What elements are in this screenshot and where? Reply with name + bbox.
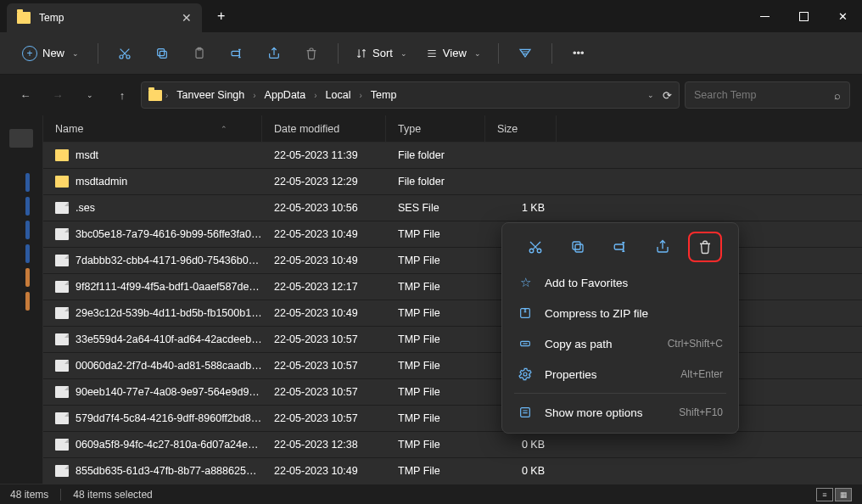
ctx-rename-button[interactable] [607, 235, 634, 259]
svg-point-10 [537, 249, 541, 253]
ctx-compress-zip[interactable]: Compress to ZIP file [507, 298, 733, 328]
filter-button[interactable] [509, 38, 541, 69]
table-row[interactable]: 0609a5f8-94fc-4c27-810a-6d07a24eb5dc... … [43, 432, 862, 458]
folder-icon [17, 12, 31, 24]
close-button[interactable]: ✕ [823, 0, 862, 32]
search-input[interactable] [694, 89, 813, 101]
new-button[interactable]: + New ⌄ [14, 41, 87, 66]
svg-rect-8 [232, 51, 239, 55]
ctx-cut-button[interactable] [522, 235, 549, 259]
address-bar[interactable]: › Tanveer Singh › AppData › Local › Temp… [141, 81, 680, 109]
file-icon [55, 255, 69, 266]
table-row[interactable]: 855db635-61d3-47fb-8b77-a8886250ebe3... … [43, 458, 862, 484]
table-row[interactable]: 7dabbb32-cbb4-4171-96d0-75436b0ad50d.tmp… [43, 248, 862, 274]
ctx-add-favorites[interactable]: ☆Add to Favorites [507, 267, 733, 298]
minimize-button[interactable] [745, 0, 784, 32]
zip-icon [518, 306, 533, 320]
file-type: TMP File [386, 281, 485, 293]
svg-point-2 [120, 55, 123, 59]
table-row[interactable]: 3bc05e18-7a79-4616-9b99-56ffe3fa0db5.tmp… [43, 221, 862, 248]
window-controls: ✕ [745, 0, 862, 32]
refresh-button[interactable]: ⟳ [663, 89, 672, 102]
file-icon [55, 386, 69, 398]
file-size: 1 KB [485, 202, 557, 214]
details-view-toggle[interactable]: ≡ [816, 488, 833, 501]
file-type: TMP File [386, 333, 485, 345]
forward-button[interactable]: → [44, 81, 71, 109]
icons-view-toggle[interactable]: ▦ [835, 488, 852, 501]
chevron-down-icon: ⌄ [474, 49, 481, 58]
table-row[interactable]: 33e559d4-2a64-410f-ad64-42acdeeb7413... … [43, 327, 862, 353]
ctx-delete-button[interactable] [691, 235, 719, 259]
maximize-button[interactable] [784, 0, 823, 32]
svg-rect-13 [614, 244, 624, 249]
more-button[interactable]: ••• [563, 38, 595, 69]
cut-button[interactable] [109, 38, 141, 69]
column-header-date[interactable]: Date modified [262, 115, 386, 142]
table-row[interactable]: 00060da2-2f7d-4b40-ad81-588caadbd7d... 2… [43, 353, 862, 379]
sort-label: Sort [372, 47, 393, 59]
svg-rect-11 [575, 244, 583, 252]
view-button[interactable]: View ⌄ [419, 47, 488, 59]
column-header-type[interactable]: Type [386, 115, 485, 142]
ctx-show-more[interactable]: Show more optionsShift+F10 [507, 397, 733, 428]
tab-temp[interactable]: Temp ✕ [7, 3, 202, 32]
selected-count: 48 items selected [73, 489, 152, 501]
new-label: New [42, 47, 64, 59]
search-icon: ⌕ [834, 89, 841, 102]
file-date: 22-05-2023 10:49 [262, 228, 386, 240]
back-button[interactable]: ← [12, 81, 39, 109]
paste-button[interactable] [183, 38, 216, 69]
sort-button[interactable]: Sort ⌄ [349, 47, 414, 59]
file-icon [55, 465, 69, 477]
tab-close-button[interactable]: ✕ [182, 11, 192, 25]
file-name: 3bc05e18-7a79-4616-9b99-56ffe3fa0db5.tmp [76, 228, 262, 240]
table-row[interactable]: 90eeb140-77e7-4a08-9e97-564e9d9154aa... … [43, 379, 862, 406]
file-size: 0 KB [485, 439, 557, 451]
file-name: 0609a5f8-94fc-4c27-810a-6d07a24eb5dc... [76, 439, 262, 451]
new-tab-button[interactable]: + [217, 8, 225, 24]
chevron-down-icon: ⌄ [400, 49, 407, 58]
table-row[interactable]: 29e3c12d-539b-4d11-bd5b-fb1500b1068... 2… [43, 300, 862, 327]
file-icon [55, 202, 69, 214]
breadcrumb[interactable]: Local [321, 86, 356, 104]
star-icon: ☆ [518, 275, 533, 290]
copy-button[interactable] [146, 38, 178, 69]
breadcrumb[interactable]: Temp [366, 86, 402, 104]
breadcrumb[interactable]: Tanveer Singh [171, 86, 249, 104]
file-name: .ses [76, 202, 95, 214]
column-header-name[interactable]: Name⌃ [43, 115, 262, 142]
svg-rect-4 [160, 51, 166, 58]
table-row[interactable]: msdtadmin 22-05-2023 12:29 File folder [43, 169, 862, 195]
column-header-size[interactable]: Size [485, 115, 557, 142]
file-date: 22-05-2023 10:49 [262, 255, 386, 266]
ctx-copy-path[interactable]: Copy as pathCtrl+Shift+C [507, 328, 733, 359]
recent-button[interactable]: ⌄ [76, 81, 104, 109]
file-icon [55, 360, 69, 372]
share-button[interactable] [258, 38, 290, 69]
svg-point-3 [126, 55, 130, 59]
table-row[interactable]: msdt 22-05-2023 11:39 File folder [43, 143, 862, 169]
ctx-copy-button[interactable] [564, 235, 591, 259]
svg-point-16 [523, 372, 527, 376]
table-row[interactable]: .ses 22-05-2023 10:56 SES File 1 KB [43, 195, 862, 221]
up-button[interactable]: ↑ [109, 81, 136, 109]
search-box[interactable]: ⌕ [685, 81, 850, 109]
chevron-right-icon: › [360, 91, 362, 100]
svg-rect-0 [760, 16, 770, 17]
chevron-down-icon[interactable]: ⌄ [647, 91, 654, 99]
table-row[interactable]: 579dd7f4-5c84-4216-9dff-8960ff2bd8fa.tmp… [43, 406, 862, 432]
navigation-pane[interactable] [0, 115, 43, 484]
svg-rect-5 [158, 48, 165, 55]
file-date: 22-05-2023 10:57 [262, 386, 386, 398]
delete-button[interactable] [295, 38, 327, 69]
breadcrumb[interactable]: AppData [260, 86, 311, 104]
svg-rect-12 [573, 242, 580, 249]
file-type: TMP File [386, 228, 485, 240]
table-row[interactable]: 9f82f111-4f99-4f5a-bdf1-0aaef587de5f.tmp… [43, 274, 862, 300]
ctx-properties[interactable]: PropertiesAlt+Enter [507, 359, 733, 389]
list-icon [426, 48, 438, 59]
ctx-share-button[interactable] [649, 235, 676, 259]
rename-button[interactable] [221, 38, 253, 69]
file-type: TMP File [386, 386, 485, 398]
